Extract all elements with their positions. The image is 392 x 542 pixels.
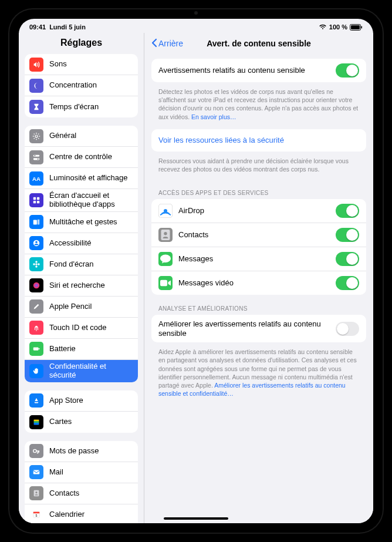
app-access-label: AirDrop	[178, 206, 330, 216]
improve-warnings-label: Améliorer les avertissements relatifs au…	[158, 319, 330, 338]
analysis-header: ANALYSE ET AMÉLIORATIONS	[151, 297, 366, 315]
sidebar-item-label: Accessibilité	[49, 239, 133, 248]
app-access-header: ACCÈS DES APPS ET DES SERVICES	[151, 181, 366, 199]
svg-rect-13	[33, 220, 37, 225]
sidebar-item-label: Sons	[49, 60, 133, 69]
facetime-icon	[158, 276, 173, 290]
sidebar-item-label: Mots de passe	[49, 447, 133, 456]
back-button[interactable]: Arrière	[151, 38, 183, 49]
detail-pane: Arrière Avert. de contenu sensible Avert…	[144, 33, 373, 523]
sidebar-item-accessibilit[interactable]: Accessibilité	[25, 233, 138, 254]
svg-point-7	[37, 158, 38, 159]
calendar-icon: 5	[29, 507, 43, 521]
svg-point-3	[35, 134, 38, 137]
sidebar-item-label: Batterie	[49, 345, 133, 354]
sidebar-item-label: Luminosité et affichage	[49, 174, 133, 183]
mail-icon	[29, 465, 43, 479]
sidebar-item-g-n-ral[interactable]: Général	[25, 126, 138, 147]
back-label: Arrière	[158, 39, 183, 48]
settings-sidebar: Réglages SonsConcentrationTemps d'écranG…	[19, 33, 144, 523]
sidebar-item-centre-de-contr-le[interactable]: Centre de contrôle	[25, 147, 138, 168]
moon-icon	[29, 79, 43, 93]
improve-warnings-toggle[interactable]	[336, 322, 359, 336]
svg-rect-30	[33, 470, 40, 474]
wallet-icon	[29, 415, 43, 429]
sidebar-item-cartes[interactable]: Cartes	[25, 412, 138, 433]
sidebar-item-label: Confidentialité et sécurité	[49, 362, 133, 380]
sidebar-item-batterie[interactable]: Batterie	[25, 339, 138, 360]
sensitive-content-warning-label: Avertissements relatifs au contenu sensi…	[158, 66, 330, 75]
hourglass-icon	[29, 100, 43, 114]
sidebar-item-touch-id-et-code[interactable]: Touch ID et code	[25, 318, 138, 339]
sidebar-item-label: Fond d'écran	[49, 260, 133, 269]
safety-resources-row[interactable]: Voir les ressources liées à la sécurité	[151, 129, 366, 152]
svg-rect-24	[39, 348, 39, 350]
sidebar-item-confidentialit-et-s-curit[interactable]: Confidentialité et sécurité	[25, 360, 138, 382]
svg-rect-12	[37, 201, 39, 203]
sidebar-item-label: Temps d'écran	[49, 103, 133, 112]
grid-icon	[29, 193, 43, 207]
svg-rect-9	[33, 197, 36, 200]
svg-point-20	[33, 264, 35, 266]
improve-warnings-row[interactable]: Améliorer les avertissements relatifs au…	[151, 315, 366, 342]
svg-point-17	[35, 264, 38, 266]
app-access-row-airdrop[interactable]: AirDrop	[151, 199, 366, 223]
app-access-row-messages-vid-o[interactable]: Messages vidéo	[151, 271, 366, 295]
svg-rect-1	[351, 25, 360, 29]
svg-point-46	[164, 232, 167, 235]
app-access-toggle-messages[interactable]	[336, 252, 359, 266]
sidebar-item-label: Multitâche et gestes	[49, 218, 133, 227]
sidebar-item-fond-d-cran[interactable]: Fond d'écran	[25, 254, 138, 275]
app-access-toggle-messages-vid-o[interactable]	[336, 276, 359, 290]
airdrop-icon	[158, 204, 173, 218]
chevron-left-icon	[151, 38, 157, 49]
sidebar-item-calendrier[interactable]: 5Calendrier	[25, 504, 138, 523]
sidebar-item-multit-che-et-gestes[interactable]: Multitâche et gestes	[25, 212, 138, 233]
status-time: 09:41	[29, 23, 46, 31]
app-access-label: Contacts	[178, 230, 330, 240]
sidebar-item-label: Calendrier	[49, 510, 133, 519]
svg-rect-23	[33, 348, 39, 351]
pencil-icon	[29, 299, 43, 314]
sidebar-item-mail[interactable]: Mail	[25, 462, 138, 483]
sidebar-item-concentration[interactable]: Concentration	[25, 75, 138, 96]
rectangles-icon	[29, 215, 43, 229]
sidebar-item-apple-pencil[interactable]: Apple Pencil	[25, 297, 138, 318]
appstore-icon	[29, 393, 43, 408]
sidebar-item-mots-de-passe[interactable]: Mots de passe	[25, 441, 138, 462]
sidebar-item-label: App Store	[49, 396, 133, 405]
app-access-label: Messages	[178, 254, 330, 264]
sidebar-item-label: Centre de contrôle	[49, 153, 133, 161]
improve-warnings-footer: Aidez Apple à améliorer les avertissemen…	[151, 345, 366, 406]
app-access-toggle-airdrop[interactable]	[336, 204, 359, 218]
sidebar-item-sons[interactable]: Sons	[25, 54, 138, 75]
sensitive-content-warning-toggle[interactable]	[336, 63, 359, 78]
svg-rect-2	[361, 26, 363, 28]
svg-point-6	[34, 154, 35, 156]
app-access-row-contacts[interactable]: Contacts	[151, 223, 366, 247]
sidebar-item-contacts[interactable]: Contacts	[25, 483, 138, 504]
svg-rect-11	[33, 201, 36, 203]
sidebar-item-siri-et-recherche[interactable]: Siri et recherche	[25, 275, 138, 297]
svg-rect-14	[38, 220, 40, 225]
app-access-row-messages[interactable]: Messages	[151, 247, 366, 271]
sensitive-content-warning-row[interactable]: Avertissements relatifs au contenu sensi…	[151, 59, 366, 82]
svg-text:5: 5	[36, 514, 38, 517]
sidebar-item-label: Touch ID et code	[49, 324, 133, 332]
app-access-toggle-contacts[interactable]	[336, 228, 359, 242]
sensitive-content-warning-footer: Détectez les photos et les vidéos de cor…	[151, 85, 366, 129]
svg-rect-27	[34, 421, 39, 423]
sidebar-item-label: Cartes	[49, 418, 133, 426]
home-indicator[interactable]	[164, 517, 228, 520]
svg-point-29	[33, 450, 36, 453]
gear-icon	[29, 129, 43, 143]
sidebar-item-label: Apple Pencil	[49, 302, 133, 311]
learn-more-link[interactable]: En savoir plus…	[191, 113, 236, 120]
svg-point-32	[35, 491, 37, 493]
sidebar-item-cran-d-accueil-et-biblioth-que-d-apps[interactable]: Écran d'accueil et bibliothèque d'apps	[25, 189, 138, 212]
hand-icon	[29, 364, 43, 378]
sidebar-item-temps-d-cran[interactable]: Temps d'écran	[25, 96, 138, 117]
sidebar-item-luminosit-et-affichage[interactable]: AALuminosité et affichage	[25, 168, 138, 189]
sidebar-item-app-store[interactable]: App Store	[25, 390, 138, 412]
svg-point-21	[38, 264, 40, 266]
